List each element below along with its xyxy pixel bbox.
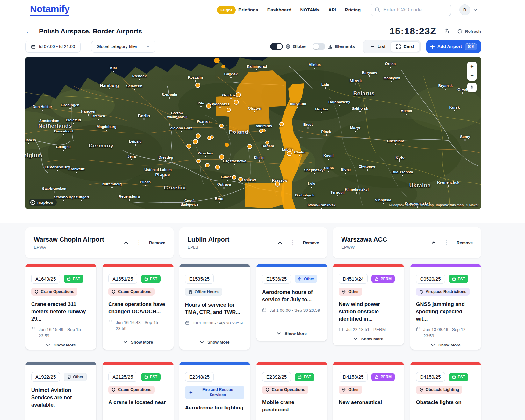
notam-card[interactable]: E1535/25Office HoursHours of service for… (179, 264, 250, 350)
date-range-filter[interactable]: td 07:00 - td 21:00 (25, 41, 81, 53)
notam-map-marker[interactable] (215, 165, 220, 170)
notam-map-marker[interactable] (206, 103, 211, 109)
elements-switch[interactable] (313, 43, 325, 50)
notam-map-marker[interactable] (186, 144, 191, 149)
more-options-button[interactable]: ⋮ (290, 239, 295, 246)
show-more-button[interactable]: Show More (185, 336, 244, 345)
notam-map-marker[interactable] (227, 108, 231, 112)
collapse-button[interactable] (431, 240, 436, 245)
map-city-label: Vinnytsia (375, 198, 391, 202)
notam-card[interactable]: E2348/25Fire and Rescue ServicesAerodrom… (179, 362, 250, 420)
notam-card[interactable]: E1536/25OtherAerodrome hours of service … (256, 264, 327, 341)
collapse-button[interactable] (124, 240, 128, 245)
attr-mapbox[interactable]: © Mapbox (389, 203, 404, 207)
nav-item-briefings[interactable]: Briefings (238, 7, 258, 12)
notam-map-marker[interactable] (238, 177, 243, 182)
elements-toggle[interactable]: Elements (313, 43, 355, 50)
back-button[interactable]: ← (25, 28, 32, 35)
globe-toggle[interactable]: Globe (270, 43, 306, 50)
notam-map-marker[interactable] (247, 144, 252, 149)
collapse-button[interactable] (278, 240, 282, 245)
notam-card[interactable]: D4159/25ESTObstacle LightingObstacle lig… (410, 362, 481, 420)
nav-flight-badge[interactable]: Flight (217, 6, 236, 14)
notam-map-marker[interactable] (279, 122, 284, 126)
attr-maxar[interactable]: © Maxar (466, 203, 478, 207)
notam-map-marker[interactable] (219, 154, 224, 160)
view-switcher: List Card (363, 40, 421, 53)
nav-item-api[interactable]: API (328, 7, 336, 12)
notam-card[interactable]: C0520/25ESTAirspace RestrictionsGNSS jam… (410, 264, 481, 350)
notam-map-marker[interactable] (259, 129, 263, 133)
zoom-out-button[interactable]: − (467, 71, 477, 81)
map-city-dot (106, 130, 107, 131)
notam-card[interactable]: A2125/25ESTCrane OperationsA crane is lo… (103, 362, 173, 420)
notam-map-marker[interactable] (234, 100, 239, 105)
refresh-button[interactable]: Refresh (457, 29, 481, 34)
category-filter-dropdown[interactable]: Global category filter (91, 41, 155, 53)
map-city-dot (230, 98, 232, 99)
notam-map-marker[interactable] (275, 182, 280, 187)
add-airport-button[interactable]: Add Airport ⌘ K (426, 40, 481, 53)
notam-title: New aeronautical (339, 399, 398, 406)
map-city-dot (81, 200, 82, 201)
notam-title: Obstacle lights on (416, 399, 475, 406)
nav-item-dashboard[interactable]: Dashboard (267, 7, 291, 12)
show-more-button[interactable]: Show More (31, 339, 90, 347)
share-button[interactable] (444, 28, 449, 34)
globe-switch[interactable] (270, 43, 283, 50)
notam-map-marker[interactable] (228, 73, 232, 76)
severity-bar (333, 362, 404, 365)
notam-id: E1536/25 (262, 274, 291, 284)
map-city-dot (227, 180, 228, 181)
notam-map-marker[interactable] (210, 135, 214, 139)
compass-button[interactable] (467, 83, 477, 92)
map[interactable]: NetherlandsGermanyPolandBelarusCzechiaUk… (25, 57, 481, 209)
attr-osm[interactable]: © OpenStreetMap (406, 203, 434, 207)
app-logo[interactable]: Notamify (30, 4, 69, 16)
show-more-button[interactable]: Show More (108, 336, 168, 345)
notam-map-marker[interactable] (205, 163, 210, 167)
avatar[interactable]: D (459, 4, 470, 15)
notam-map-marker[interactable] (225, 143, 229, 147)
show-more-button[interactable]: Show More (416, 339, 475, 347)
map-country-label: Netherlands (38, 123, 72, 129)
notam-map-marker[interactable] (214, 58, 220, 63)
notam-map-marker[interactable] (232, 175, 236, 180)
card-view-button[interactable]: Card (391, 41, 419, 52)
remove-airport-button[interactable]: Remove (303, 240, 319, 245)
remove-airport-button[interactable]: Remove (149, 240, 165, 245)
notam-map-marker[interactable] (236, 92, 241, 97)
notam-map-marker[interactable] (265, 141, 269, 145)
notam-card[interactable]: E2392/25ESTCrane OperationsMobile crane … (256, 362, 327, 420)
notam-map-marker[interactable] (196, 159, 201, 163)
search-input[interactable] (371, 4, 451, 16)
notam-map-marker[interactable] (193, 139, 198, 144)
remove-airport-button[interactable]: Remove (457, 240, 473, 245)
notam-map-marker[interactable] (196, 133, 201, 139)
notam-card[interactable]: D4513/24PERMOtherNew wind power station … (333, 264, 404, 345)
calendar-icon (452, 375, 456, 379)
calendar-icon (31, 44, 36, 49)
user-menu[interactable]: D (459, 4, 477, 15)
notam-map-marker[interactable] (221, 65, 225, 68)
mapbox-logo[interactable]: mapbox (29, 199, 57, 206)
show-more-button[interactable]: Show More (262, 327, 321, 336)
zoom-in-button[interactable]: + (467, 62, 477, 71)
notam-card[interactable]: A1922/25OtherUnimot Aviation Services ar… (25, 362, 96, 420)
notam-card[interactable]: D4158/25PERMOtherNew aeronautical (333, 362, 404, 420)
notam-map-marker[interactable] (287, 151, 292, 156)
list-view-button[interactable]: List (364, 41, 391, 52)
notam-map-marker[interactable] (195, 83, 200, 88)
notam-card[interactable]: A1649/25ESTCrane OperationsCrane erected… (25, 264, 96, 350)
severity-bar (179, 264, 250, 267)
notam-id: D4158/25 (339, 372, 368, 382)
notam-map-marker[interactable] (219, 124, 224, 128)
show-more-button[interactable]: Show More (339, 333, 398, 341)
more-options-button[interactable]: ⋮ (136, 239, 141, 246)
attr-improve[interactable]: Improve this map (436, 203, 464, 207)
more-options-button[interactable]: ⋮ (443, 239, 449, 246)
notam-map-marker[interactable] (292, 170, 294, 172)
nav-item-notams[interactable]: NOTAMs (300, 7, 320, 12)
nav-item-pricing[interactable]: Pricing (345, 7, 361, 12)
notam-card[interactable]: A1651/25ESTCrane OperationsCrane operati… (103, 264, 173, 350)
